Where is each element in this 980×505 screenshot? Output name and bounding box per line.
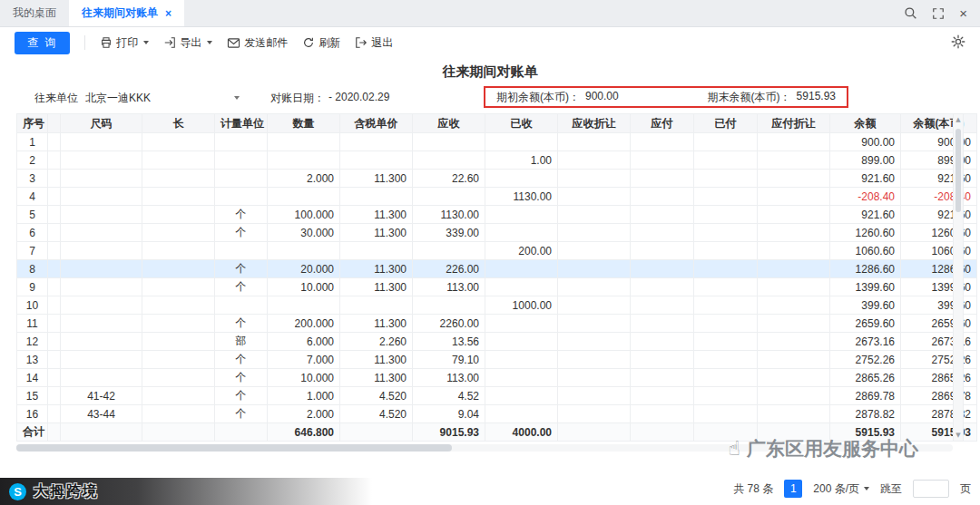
refresh-button[interactable]: 刷新 <box>302 35 340 51</box>
table-cell <box>631 133 694 151</box>
table-row[interactable]: 9个10.00011.300113.001399.601399.60 <box>17 278 977 296</box>
close-icon[interactable]: × <box>959 6 967 20</box>
table-row[interactable]: 5个100.00011.3001130.00921.60921.60 <box>17 206 977 224</box>
table-cell <box>631 260 694 278</box>
table-cell <box>694 151 758 170</box>
scrollbar-thumb[interactable] <box>956 129 961 212</box>
scroll-up-icon[interactable]: ▲ <box>954 116 963 123</box>
table-cell <box>340 296 413 315</box>
table-cell <box>142 188 215 206</box>
column-header[interactable]: 余额(本币) <box>901 114 977 133</box>
table-row[interactable]: 1541-42个1.0004.5204.522869.782869.78 <box>17 387 977 405</box>
tab-reconciliation[interactable]: 往来期间对账单 × <box>69 0 184 26</box>
table-cell <box>48 369 61 387</box>
page-unit-label: 页 <box>960 481 971 497</box>
column-header[interactable]: 计量单位 <box>215 114 268 133</box>
opening-balance-label: 期初余额(本币)： <box>496 90 580 105</box>
column-header[interactable]: 长 <box>142 114 215 133</box>
search-icon[interactable] <box>904 6 917 20</box>
table-cell <box>631 224 694 242</box>
table-cell <box>758 188 830 206</box>
scroll-down-icon[interactable]: ▼ <box>954 432 963 439</box>
exit-button[interactable]: 退出 <box>355 35 393 51</box>
table-row[interactable]: 14个10.00011.300113.002865.262865.26 <box>17 369 977 387</box>
partner-select[interactable]: 北京一迪KKK <box>82 89 243 108</box>
column-header[interactable]: 已收 <box>485 114 558 133</box>
table-row[interactable]: 101000.00399.60399.60 <box>17 296 977 315</box>
table-cell <box>142 333 215 351</box>
jump-page-input[interactable] <box>913 480 949 498</box>
closing-balance-label: 期末余额(本币)： <box>708 90 791 105</box>
table-row[interactable]: 21.00899.00899.00 <box>17 151 977 170</box>
chevron-down-icon <box>143 41 149 44</box>
table-cell: 11.300 <box>340 351 413 369</box>
table-row[interactable]: 32.00011.30022.60921.60921.60 <box>17 170 977 188</box>
settings-gear-icon[interactable] <box>951 34 965 52</box>
table-cell <box>758 170 830 188</box>
table-cell <box>758 333 830 351</box>
total-row[interactable]: 合计646.8009015.934000.005915.935915.93 <box>17 423 977 442</box>
column-header[interactable]: 已付 <box>694 114 758 133</box>
table-row[interactable]: 8个20.00011.300226.001286.601286.60 <box>17 260 977 278</box>
table-cell: 4000.00 <box>485 423 558 442</box>
table-row[interactable]: 6个30.00011.300339.001260.601260.60 <box>17 224 977 242</box>
table-cell <box>558 188 631 206</box>
table-cell: 14 <box>17 369 48 387</box>
tab-bar: 我的桌面 往来期间对账单 × × <box>0 0 980 27</box>
vertical-scrollbar[interactable]: ▲ ▼ <box>953 113 964 442</box>
page-size-select[interactable]: 200 条/页 <box>813 481 869 497</box>
send-email-button[interactable]: 发送邮件 <box>227 35 288 51</box>
table-cell: 个 <box>215 315 268 333</box>
table-cell: 1399.60 <box>901 278 977 296</box>
column-header[interactable] <box>48 114 61 133</box>
table-row[interactable]: 13个7.00011.30079.102752.262752.26 <box>17 351 977 369</box>
table-cell <box>631 405 694 423</box>
table-cell: 2.260 <box>340 333 413 351</box>
print-button[interactable]: 打印 <box>100 35 149 51</box>
table-cell <box>61 260 142 278</box>
column-header[interactable]: 应收折让 <box>558 114 631 133</box>
date-group: 对账日期： - 2020.02.29 <box>270 91 389 106</box>
column-header[interactable]: 应付折让 <box>758 114 830 133</box>
table-cell <box>142 260 215 278</box>
table-cell: 1.000 <box>268 387 340 405</box>
table-row[interactable]: 1643-44个2.0004.5209.042878.822878.82 <box>17 405 977 423</box>
table-row[interactable]: 11个200.00011.3002260.002659.602659.60 <box>17 315 977 333</box>
table-row[interactable]: 41130.00-208.40-208.40 <box>17 188 977 206</box>
unit-label: 往来单位 <box>34 91 78 106</box>
tab-my-desktop[interactable]: 我的桌面 <box>0 0 69 26</box>
page-number-button[interactable]: 1 <box>784 480 802 498</box>
table-cell <box>340 188 413 206</box>
table-cell <box>61 278 142 296</box>
table-cell: 6.000 <box>268 333 340 351</box>
table-cell <box>215 188 268 206</box>
table-cell: 7 <box>17 242 48 260</box>
scrollbar-thumb[interactable] <box>16 444 452 452</box>
table-row[interactable]: 7200.001060.601060.60 <box>17 242 977 260</box>
table-row[interactable]: 12部6.0002.26013.562673.162673.16 <box>17 333 977 351</box>
table-cell <box>61 206 142 224</box>
column-header[interactable]: 余额 <box>830 114 901 133</box>
table-row[interactable]: 1900.00900.00 <box>17 133 977 151</box>
horizontal-scrollbar[interactable] <box>16 444 953 452</box>
table-cell <box>61 351 142 369</box>
column-header[interactable]: 应收 <box>413 114 485 133</box>
table-cell: 2 <box>17 151 48 170</box>
maximize-icon[interactable] <box>932 7 945 20</box>
table-cell: 921.60 <box>830 206 901 224</box>
tab-close-icon[interactable]: × <box>165 7 172 20</box>
column-header[interactable]: 数量 <box>268 114 340 133</box>
column-header[interactable]: 含税单价 <box>340 114 413 133</box>
table-cell <box>48 188 61 206</box>
table-cell: 1286.60 <box>830 260 901 278</box>
column-header[interactable]: 应付 <box>631 114 694 133</box>
table-cell <box>694 242 758 260</box>
column-header[interactable]: 序号 <box>17 114 48 133</box>
query-button[interactable]: 查 询 <box>15 32 70 54</box>
table-cell: 1060.60 <box>830 242 901 260</box>
export-button[interactable]: 导出 <box>163 35 212 51</box>
table-cell: 11.300 <box>340 369 413 387</box>
table-cell <box>142 133 215 151</box>
table-cell <box>215 242 268 260</box>
column-header[interactable]: 尺码 <box>61 114 142 133</box>
